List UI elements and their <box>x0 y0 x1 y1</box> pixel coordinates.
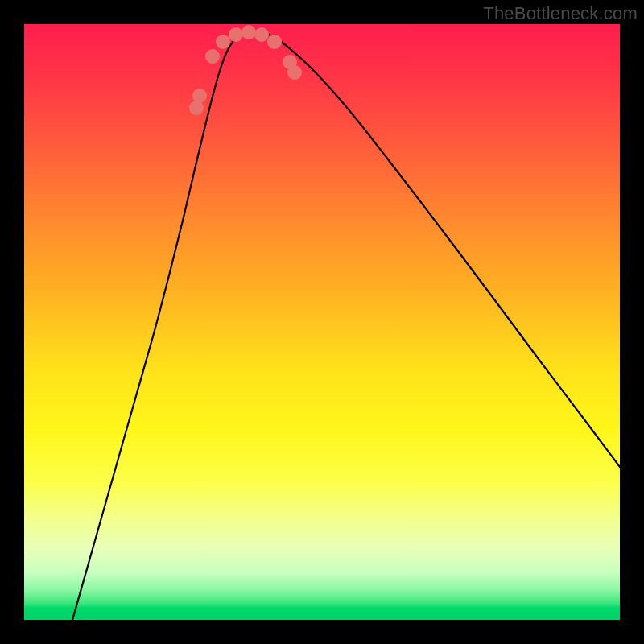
marker-dot <box>242 25 256 39</box>
plot-area <box>24 24 620 620</box>
marker-dot <box>229 27 243 42</box>
marker-dot <box>216 35 230 49</box>
marker-dot <box>267 35 282 49</box>
marker-dot <box>205 49 220 64</box>
chart-frame: TheBottleneck.com <box>0 0 644 644</box>
marker-dot <box>254 27 269 42</box>
marker-dot <box>287 65 302 80</box>
curve-layer <box>24 24 620 620</box>
marker-dot <box>192 89 207 103</box>
watermark-text: TheBottleneck.com <box>483 3 638 24</box>
critical-points <box>189 25 302 115</box>
bottleneck-curve <box>72 31 620 620</box>
